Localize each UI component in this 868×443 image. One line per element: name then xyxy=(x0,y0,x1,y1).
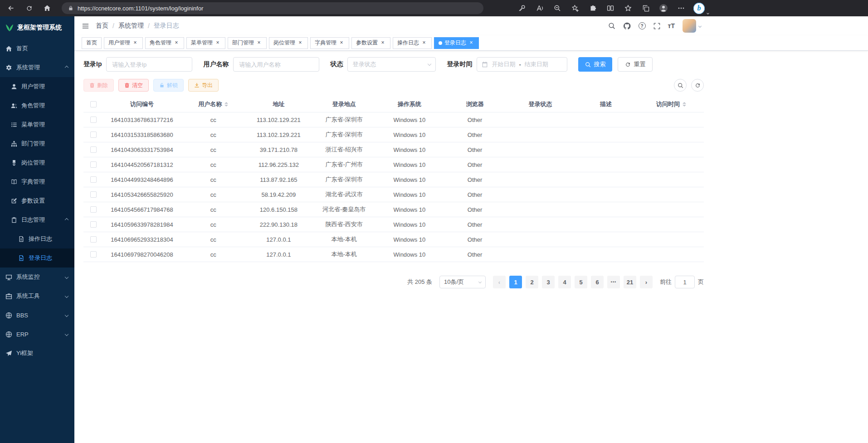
browser-refresh-button[interactable] xyxy=(24,3,34,14)
sidebar-toggle-button[interactable] xyxy=(82,22,89,30)
toggle-search-button[interactable] xyxy=(674,79,687,92)
browser-profile-button[interactable] xyxy=(658,3,669,14)
tab-close-icon[interactable]: × xyxy=(215,40,221,46)
page-button-5[interactable]: 5 xyxy=(575,276,587,288)
page-button-1[interactable]: 1 xyxy=(509,276,522,288)
add-favorite-button[interactable] xyxy=(570,3,580,14)
prev-page-button[interactable]: ‹ xyxy=(493,276,506,288)
sidebar-item-bbs[interactable]: BBS xyxy=(0,306,74,325)
row-checkbox[interactable] xyxy=(90,236,97,243)
page-size-select[interactable]: 10条/页 xyxy=(439,276,486,288)
github-button[interactable] xyxy=(623,22,631,29)
tab-param-settings[interactable]: 参数设置× xyxy=(351,37,390,49)
tab-login-log[interactable]: 登录日志× xyxy=(434,37,479,49)
search-button[interactable]: 搜索 xyxy=(578,57,612,72)
more-pages-button[interactable]: ••• xyxy=(607,276,620,288)
sidebar-item-operation-log[interactable]: 操作日志 xyxy=(0,229,74,248)
font-size-button[interactable]: тT xyxy=(668,22,675,29)
cell-login-location: 广东省-深圳市 xyxy=(312,175,377,184)
sidebar-item-param-settings[interactable]: 参数设置 xyxy=(0,191,74,210)
row-checkbox[interactable] xyxy=(90,131,97,138)
select-all-checkbox[interactable] xyxy=(90,101,97,107)
date-range-picker[interactable]: 开始日期 - 结束日期 xyxy=(477,57,567,72)
sidebar-item-home[interactable]: 首页 xyxy=(0,39,74,58)
tab-dept-management[interactable]: 部门管理× xyxy=(228,37,267,49)
tab-dict-management[interactable]: 字典管理× xyxy=(310,37,349,49)
breadcrumb-home[interactable]: 首页 xyxy=(96,22,108,30)
page-button-3[interactable]: 3 xyxy=(542,276,555,288)
app-logo[interactable]: 意框架管理系统 xyxy=(0,16,74,39)
password-key-button[interactable] xyxy=(517,3,527,14)
status-select[interactable]: 登录状态 xyxy=(347,57,436,72)
tab-operation-log[interactable]: 操作日志× xyxy=(393,37,432,49)
browser-home-button[interactable] xyxy=(42,3,53,14)
fullscreen-button[interactable] xyxy=(653,22,660,29)
row-checkbox[interactable] xyxy=(90,176,97,183)
sidebar-item-login-log[interactable]: 登录日志 xyxy=(0,248,74,268)
column-header-username[interactable]: 用户名称 xyxy=(180,100,246,108)
row-checkbox[interactable] xyxy=(90,161,97,168)
tab-close-icon[interactable]: × xyxy=(132,40,138,46)
tab-close-icon[interactable]: × xyxy=(173,40,180,46)
help-button[interactable]: ? xyxy=(639,22,646,29)
row-checkbox[interactable] xyxy=(90,117,97,123)
cell-os: Windows 10 xyxy=(377,131,442,138)
username-input[interactable] xyxy=(233,57,319,72)
login-ip-input[interactable] xyxy=(106,57,192,72)
row-checkbox[interactable] xyxy=(90,146,97,153)
tab-menu-management[interactable]: 菜单管理× xyxy=(186,37,225,49)
zoom-button[interactable] xyxy=(552,3,563,14)
page-button-2[interactable]: 2 xyxy=(526,276,538,288)
favorites-button[interactable] xyxy=(623,3,634,14)
sidebar-item-role-management[interactable]: 角色管理 xyxy=(0,96,74,115)
export-button[interactable]: 导出 xyxy=(188,79,219,92)
sidebar-item-yi-framework[interactable]: Yi框架 xyxy=(0,344,74,363)
column-header-visit-time[interactable]: 访问时间 xyxy=(639,100,704,108)
tab-close-icon[interactable]: × xyxy=(338,40,345,46)
page-button-6[interactable]: 6 xyxy=(591,276,604,288)
sidebar-item-system-management[interactable]: 系统管理 xyxy=(0,58,74,77)
delete-button[interactable]: 删除 xyxy=(83,79,114,92)
copilot-bing-button[interactable]: b xyxy=(693,3,705,14)
sidebar-item-dict-management[interactable]: 字典管理 xyxy=(0,172,74,191)
tab-close-icon[interactable]: × xyxy=(468,40,474,46)
tab-close-icon[interactable]: × xyxy=(421,40,427,46)
refresh-table-button[interactable] xyxy=(691,79,704,92)
tab-close-icon[interactable]: × xyxy=(297,40,303,46)
breadcrumb-section[interactable]: 系统管理 xyxy=(118,22,144,30)
avatar-dropdown[interactable] xyxy=(683,19,701,33)
address-bar[interactable]: https://ccnetcore.com:1101/system/log/lo… xyxy=(62,2,483,14)
collections-button[interactable] xyxy=(640,3,651,14)
sidebar-item-system-monitor[interactable]: 系统监控 xyxy=(0,268,74,287)
row-checkbox[interactable] xyxy=(90,221,97,228)
header-search-button[interactable] xyxy=(608,22,615,30)
tab-user-management[interactable]: 用户管理× xyxy=(104,37,143,49)
sidebar-item-dept-management[interactable]: 部门管理 xyxy=(0,134,74,153)
unlock-button[interactable]: 解锁 xyxy=(153,79,184,92)
sidebar-item-erp[interactable]: ERP xyxy=(0,325,74,344)
tab-home[interactable]: 首页 xyxy=(82,37,102,49)
browser-menu-button[interactable] xyxy=(676,3,687,14)
tab-post-management[interactable]: 岗位管理× xyxy=(269,37,308,49)
tab-close-icon[interactable]: × xyxy=(256,40,262,46)
page-button-last[interactable]: 21 xyxy=(624,276,636,288)
sidebar-item-system-tools[interactable]: 系统工具 xyxy=(0,287,74,306)
split-screen-button[interactable] xyxy=(605,3,616,14)
row-checkbox[interactable] xyxy=(90,206,97,213)
extensions-button[interactable] xyxy=(587,3,598,14)
sidebar-item-menu-management[interactable]: 菜单管理 xyxy=(0,115,74,134)
reset-button[interactable]: 重置 xyxy=(618,57,653,72)
sidebar-item-post-management[interactable]: 岗位管理 xyxy=(0,153,74,172)
row-checkbox[interactable] xyxy=(90,251,97,258)
sidebar-item-user-management[interactable]: 用户管理 xyxy=(0,77,74,96)
goto-page-input[interactable] xyxy=(675,276,695,288)
clear-button[interactable]: 清空 xyxy=(118,79,149,92)
tab-role-management[interactable]: 角色管理× xyxy=(145,37,184,49)
row-checkbox[interactable] xyxy=(90,191,97,198)
browser-back-button[interactable] xyxy=(5,3,16,14)
next-page-button[interactable]: › xyxy=(640,276,653,288)
tab-close-icon[interactable]: × xyxy=(380,40,386,46)
sidebar-item-log-management[interactable]: 日志管理 xyxy=(0,210,74,229)
read-aloud-button[interactable] xyxy=(534,3,545,14)
page-button-4[interactable]: 4 xyxy=(558,276,571,288)
